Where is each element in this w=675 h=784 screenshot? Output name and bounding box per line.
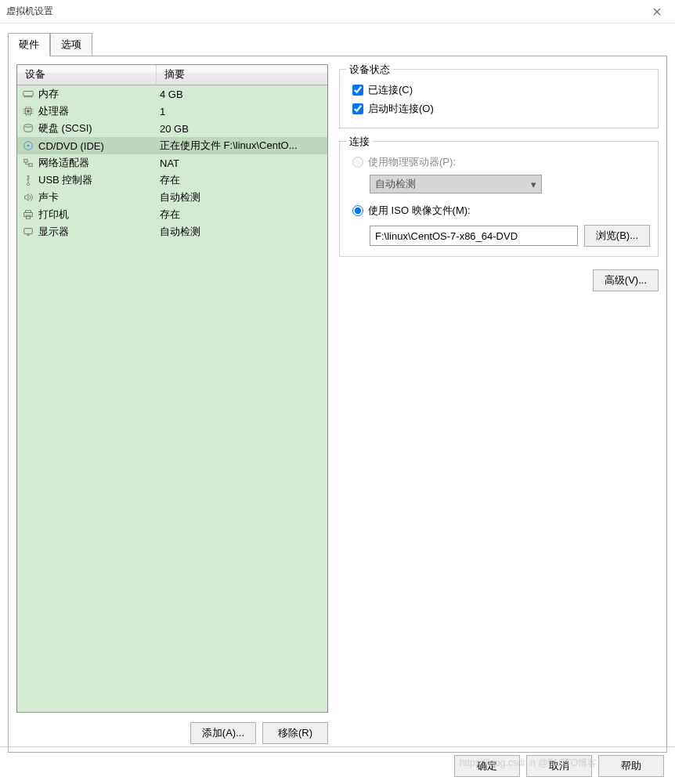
physical-drive-value: 自动检测 <box>375 177 416 191</box>
device-row[interactable]: 硬盘 (SCSI)20 GB <box>17 120 327 137</box>
svg-point-3 <box>24 125 33 128</box>
add-button[interactable]: 添加(A)... <box>190 722 256 744</box>
device-list-body: 内存4 GB处理器1硬盘 (SCSI)20 GBCD/DVD (IDE)正在使用… <box>17 85 327 712</box>
tabs: 硬件 选项 <box>0 23 675 56</box>
connect-on-start-row[interactable]: 启动时连接(O) <box>348 99 650 118</box>
svg-point-5 <box>27 145 30 147</box>
use-iso-radio-row[interactable]: 使用 ISO 映像文件(M): <box>348 201 650 220</box>
connected-label: 已连接(C) <box>368 83 413 97</box>
device-summary: 存在 <box>157 208 327 222</box>
remove-button[interactable]: 移除(R) <box>262 722 328 744</box>
device-row[interactable]: USB 控制器存在 <box>17 172 327 189</box>
device-cell: 内存 <box>17 87 157 101</box>
sound-icon <box>22 191 34 204</box>
chevron-down-icon: ▾ <box>531 179 536 190</box>
device-row[interactable]: 声卡自动检测 <box>17 189 327 206</box>
usb-icon <box>22 174 34 186</box>
connect-on-start-checkbox[interactable] <box>352 103 363 114</box>
device-cell: 网络适配器 <box>17 156 157 170</box>
device-summary: 4 GB <box>157 89 327 100</box>
device-list-header: 设备 摘要 <box>17 65 327 85</box>
device-summary: 1 <box>157 106 327 117</box>
advanced-button[interactable]: 高级(V)... <box>593 269 659 291</box>
connection-group: 连接 使用物理驱动器(P): 自动检测 ▾ 使用 ISO 映像文件(M): 浏览… <box>339 141 659 257</box>
device-summary: 正在使用文件 F:\linux\CentO... <box>157 139 327 153</box>
cancel-button[interactable]: 取消 <box>526 755 592 777</box>
titlebar: 虚拟机设置 <box>0 0 675 23</box>
physical-drive-select-wrap: 自动检测 ▾ <box>370 175 650 193</box>
device-summary: 自动检测 <box>157 190 327 204</box>
device-cell: 声卡 <box>17 190 157 204</box>
device-row[interactable]: 处理器1 <box>17 103 327 120</box>
tab-hardware[interactable]: 硬件 <box>8 33 50 56</box>
help-button[interactable]: 帮助 <box>598 755 664 777</box>
device-name: 显示器 <box>38 225 69 239</box>
device-name: USB 控制器 <box>38 173 92 187</box>
device-cell: USB 控制器 <box>17 173 157 187</box>
network-icon <box>22 157 34 169</box>
use-physical-label: 使用物理驱动器(P): <box>368 155 456 169</box>
cd-icon <box>22 139 34 152</box>
iso-path-input[interactable] <box>370 226 578 246</box>
browse-button[interactable]: 浏览(B)... <box>584 225 650 247</box>
close-icon <box>653 8 661 16</box>
svg-rect-0 <box>23 92 33 96</box>
col-device-header[interactable]: 设备 <box>17 65 157 85</box>
svg-rect-2 <box>27 110 30 113</box>
device-cell: 打印机 <box>17 208 157 222</box>
connected-checkbox-row[interactable]: 已连接(C) <box>348 81 650 99</box>
close-button[interactable] <box>645 1 669 23</box>
bottom-bar: 确定 取消 帮助 <box>0 746 675 784</box>
svg-rect-6 <box>24 160 27 163</box>
device-list: 设备 摘要 内存4 GB处理器1硬盘 (SCSI)20 GBCD/DVD (ID… <box>16 64 328 713</box>
device-cell: 处理器 <box>17 104 157 118</box>
use-iso-label: 使用 ISO 映像文件(M): <box>368 204 471 218</box>
use-iso-radio[interactable] <box>352 205 363 216</box>
device-name: 内存 <box>38 87 59 101</box>
device-status-title: 设备状态 <box>346 63 393 77</box>
display-icon <box>22 226 34 238</box>
col-summary-header[interactable]: 摘要 <box>157 65 327 85</box>
device-name: 处理器 <box>38 104 69 118</box>
left-buttons: 添加(A)... 移除(R) <box>16 713 328 744</box>
device-summary: 20 GB <box>157 123 327 135</box>
device-row[interactable]: 内存4 GB <box>17 85 327 103</box>
printer-icon <box>22 208 34 221</box>
device-name: 声卡 <box>38 190 59 204</box>
svg-rect-9 <box>24 212 33 216</box>
ok-button[interactable]: 确定 <box>454 755 520 777</box>
advanced-row: 高级(V)... <box>339 265 659 291</box>
device-summary: NAT <box>157 157 327 169</box>
device-cell: CD/DVD (IDE) <box>17 139 157 152</box>
device-row[interactable]: 显示器自动检测 <box>17 223 327 240</box>
physical-drive-select: 自动检测 ▾ <box>370 175 542 193</box>
left-column: 设备 摘要 内存4 GB处理器1硬盘 (SCSI)20 GBCD/DVD (ID… <box>16 64 328 744</box>
device-status-group: 设备状态 已连接(C) 启动时连接(O) <box>339 69 659 128</box>
device-name: 硬盘 (SCSI) <box>38 121 92 135</box>
connected-checkbox[interactable] <box>352 85 363 96</box>
device-row[interactable]: CD/DVD (IDE)正在使用文件 F:\linux\CentO... <box>17 137 327 154</box>
device-row[interactable]: 打印机存在 <box>17 206 327 223</box>
svg-rect-11 <box>24 229 33 234</box>
right-column: 设备状态 已连接(C) 启动时连接(O) 连接 使用物理驱动器(P): 自动检测… <box>339 64 659 744</box>
device-summary: 自动检测 <box>157 225 327 239</box>
device-row[interactable]: 网络适配器NAT <box>17 154 327 172</box>
device-name: CD/DVD (IDE) <box>38 140 104 152</box>
tab-options[interactable]: 选项 <box>50 33 92 56</box>
device-summary: 存在 <box>157 173 327 187</box>
connection-title: 连接 <box>346 135 373 149</box>
device-cell: 硬盘 (SCSI) <box>17 121 157 135</box>
device-name: 打印机 <box>38 208 69 222</box>
iso-row: 浏览(B)... <box>370 225 650 247</box>
device-name: 网络适配器 <box>38 156 89 170</box>
device-cell: 显示器 <box>17 225 157 239</box>
memory-icon <box>22 88 34 100</box>
cpu-icon <box>22 105 34 117</box>
panel: 设备 摘要 内存4 GB处理器1硬盘 (SCSI)20 GBCD/DVD (ID… <box>8 56 667 753</box>
connect-on-start-label: 启动时连接(O) <box>368 102 434 116</box>
use-physical-radio[interactable] <box>352 157 363 168</box>
disk-icon <box>22 122 34 135</box>
use-physical-radio-row[interactable]: 使用物理驱动器(P): <box>348 153 650 172</box>
window-title: 虚拟机设置 <box>6 5 645 18</box>
